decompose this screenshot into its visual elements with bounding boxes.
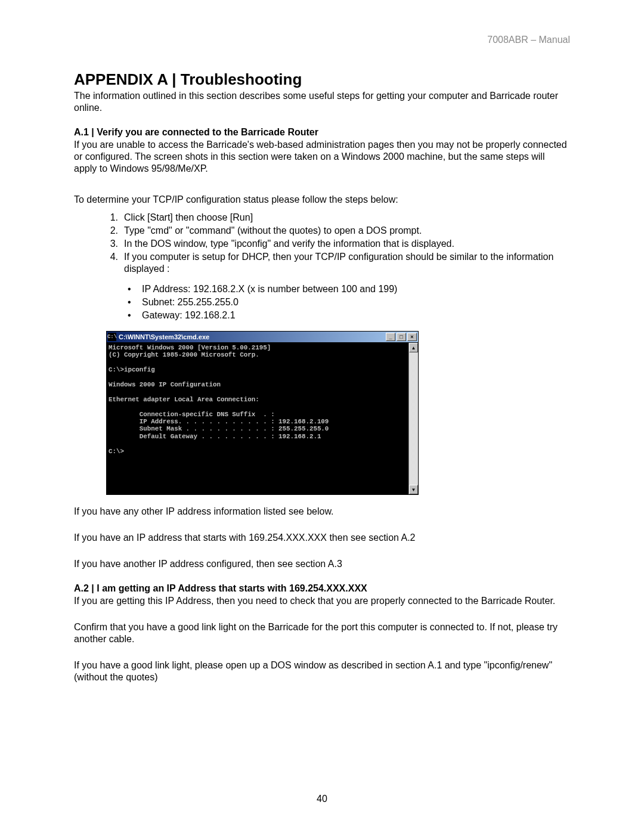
- cmd-window-figure: C:\ C:\WINNT\System32\cmd.exe _ □ × Micr…: [106, 331, 419, 495]
- cmd-titlebar: C:\ C:\WINNT\System32\cmd.exe _ □ ×: [106, 331, 419, 342]
- close-button[interactable]: ×: [407, 333, 417, 341]
- section-a1-after2: If you have an IP address that starts wi…: [74, 532, 570, 544]
- scroll-down-button[interactable]: ▼: [409, 485, 418, 494]
- section-a2-p3: If you have a good link light, please op…: [74, 659, 570, 683]
- bullet-icon: •: [128, 296, 134, 308]
- minimize-button[interactable]: _: [386, 333, 395, 341]
- section-a2-heading: A.2 | I am getting an IP Address that st…: [74, 583, 570, 594]
- bullet-list: •IP Address: 192.168.2.X (x is number be…: [128, 283, 570, 321]
- section-a1-p1: If you are unable to access the Barricad…: [74, 139, 570, 175]
- section-a2-p1: If you are getting this IP Address, then…: [74, 595, 570, 607]
- page-number: 40: [0, 794, 644, 804]
- section-a2-p2: Confirm that you have a good link light …: [74, 621, 570, 645]
- steps-list: 1.Click [Start] then choose [Run] 2.Type…: [106, 212, 570, 275]
- scrollbar-track[interactable]: [409, 352, 418, 485]
- document-header: 7008ABR – Manual: [487, 35, 570, 45]
- page-title: APPENDIX A | Troubleshooting: [74, 70, 570, 89]
- cmd-output: Microsoft Windows 2000 [Version 5.00.219…: [107, 343, 408, 494]
- list-item: 4.If you computer is setup for DHCP, the…: [106, 251, 570, 275]
- bullet-icon: •: [128, 309, 134, 321]
- scroll-up-button[interactable]: ▲: [409, 343, 418, 352]
- maximize-button[interactable]: □: [397, 333, 406, 341]
- bullet-icon: •: [128, 283, 134, 295]
- scrollbar[interactable]: ▲ ▼: [408, 343, 418, 494]
- list-item: 3.In the DOS window, type "ipconfig" and…: [106, 238, 570, 250]
- page-content: APPENDIX A | Troubleshooting The informa…: [74, 70, 570, 683]
- list-number: 1.: [106, 212, 118, 224]
- section-a1-heading: A.1 | Verify you are connected to the Ba…: [74, 127, 570, 138]
- list-text: Subnet: 255.255.255.0: [142, 296, 570, 308]
- list-item: 2.Type "cmd" or "command" (without the q…: [106, 225, 570, 237]
- section-a1-after1: If you have any other IP address informa…: [74, 506, 570, 518]
- list-text: Type "cmd" or "command" (without the quo…: [124, 225, 570, 237]
- cmd-title: C:\WINNT\System32\cmd.exe: [119, 333, 386, 340]
- list-text: IP Address: 192.168.2.X (x is number bet…: [142, 283, 570, 295]
- list-number: 4.: [106, 251, 118, 275]
- section-a1-p2: To determine your TCP/IP configuration s…: [74, 194, 570, 206]
- intro-paragraph: The information outlined in this section…: [74, 90, 570, 114]
- list-item: •Subnet: 255.255.255.0: [128, 296, 570, 308]
- section-a1-after3: If you have another IP address configure…: [74, 558, 570, 570]
- list-text: Gateway: 192.168.2.1: [142, 309, 570, 321]
- list-number: 2.: [106, 225, 118, 237]
- list-item: •IP Address: 192.168.2.X (x is number be…: [128, 283, 570, 295]
- list-number: 3.: [106, 238, 118, 250]
- list-item: •Gateway: 192.168.2.1: [128, 309, 570, 321]
- list-text: Click [Start] then choose [Run]: [124, 212, 570, 224]
- list-text: In the DOS window, type "ipconfig" and v…: [124, 238, 570, 250]
- cmd-icon: C:\: [108, 333, 116, 341]
- list-item: 1.Click [Start] then choose [Run]: [106, 212, 570, 224]
- list-text: If you computer is setup for DHCP, then …: [124, 251, 570, 275]
